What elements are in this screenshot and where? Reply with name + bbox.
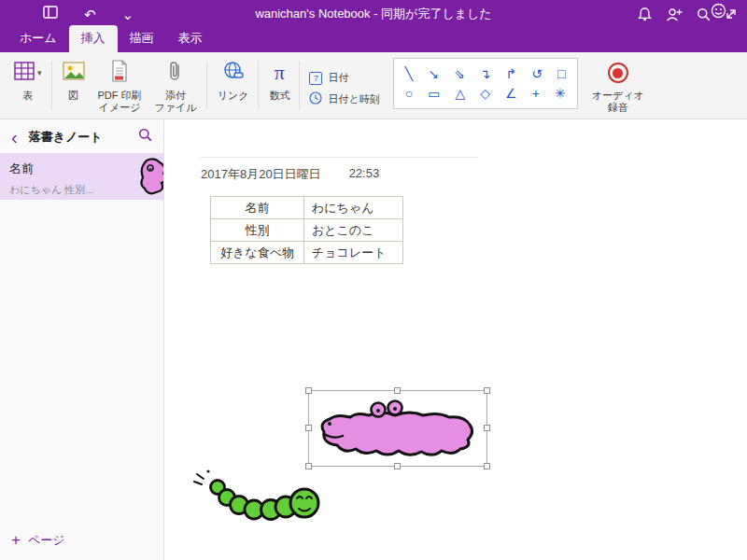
insert-attachment-button[interactable]: 添付ファイル	[148, 52, 204, 119]
table-cell[interactable]: 性別	[211, 219, 304, 242]
shape-corner-arrow-down-icon[interactable]: ↴	[480, 66, 491, 81]
sidebar-toggle-icon[interactable]	[43, 6, 58, 22]
table-row: 性別 おとこのこ	[211, 219, 403, 242]
insert-date-button[interactable]: 7 日付	[309, 71, 379, 85]
shape-arrow-icon[interactable]: ↘	[428, 66, 439, 81]
shape-ellipse-icon[interactable]: ○	[405, 86, 413, 101]
shape-double-arrow-icon[interactable]: ⇘	[454, 66, 465, 81]
shape-diamond-icon[interactable]: ◇	[480, 86, 490, 101]
note-table: 名前 わにちゃん 性別 おとこのこ 好きな食べ物 チョコレート	[210, 196, 403, 264]
picture-icon	[63, 62, 85, 84]
shape-rectangle-icon[interactable]: ▭	[428, 86, 440, 101]
audio-record-label: オーディオ録音	[592, 90, 644, 114]
shape-star-icon[interactable]: ✳	[555, 86, 566, 101]
note-page-canvas[interactable]: 2017年8月20日日曜日 22:53 名前 わにちゃん 性別 おとこのこ 好き…	[165, 119, 747, 560]
table-cell[interactable]: チョコレート	[304, 242, 403, 264]
link-globe-icon	[223, 61, 244, 85]
pdf-label-line2: イメージ	[99, 102, 141, 113]
selected-image-bounding-box[interactable]	[308, 390, 487, 467]
audio-label-line1: オーディオ	[592, 90, 644, 101]
pdf-printout-icon	[110, 60, 129, 86]
pdf-printout-label: PDF 印刷イメージ	[98, 90, 142, 114]
table-cell[interactable]: おとこのこ	[304, 219, 403, 242]
table-row: 好きな食べ物 チョコレート	[211, 242, 403, 264]
pi-equation-icon: π	[275, 61, 285, 85]
attachment-label: 添付ファイル	[155, 90, 197, 114]
titlebar-left-icons: ↶ ⌄	[43, 0, 134, 28]
page-item-subtitle: わにちゃん 性別...	[9, 183, 154, 197]
tab-view[interactable]: 表示	[166, 25, 215, 52]
date-label: 日付	[328, 71, 348, 85]
tab-insert[interactable]: 挿入	[69, 25, 118, 52]
shapes-row-2: ○ ▭ △ ◇ ∠ + ✳	[405, 86, 566, 101]
shape-triangle-icon[interactable]: △	[455, 86, 465, 101]
notifications-bell-icon[interactable]	[638, 7, 652, 21]
selection-handle-ne[interactable]	[484, 387, 490, 394]
equation-label: 数式	[269, 90, 289, 102]
shape-corner-arrow-up-icon[interactable]: ↱	[506, 66, 517, 81]
pdf-label-line1: PDF 印刷	[98, 90, 142, 101]
shape-loop-arrow-icon[interactable]: ↺	[531, 66, 543, 81]
selection-handle-e[interactable]	[484, 425, 490, 431]
shape-square-icon[interactable]: □	[557, 66, 565, 81]
insert-picture-button[interactable]: 図	[56, 52, 92, 119]
sidebar-search-icon[interactable]	[138, 128, 152, 146]
datetime-label: 日付と時刻	[328, 92, 379, 106]
picture-label: 図	[68, 90, 78, 102]
page-date: 2017年8月20日日曜日	[201, 166, 321, 183]
calendar-icon: 7	[309, 72, 322, 85]
table-cell[interactable]: 好きな食べ物	[211, 242, 304, 264]
ribbon-separator	[258, 61, 259, 110]
shape-angle-icon[interactable]: ∠	[505, 86, 517, 101]
shape-line-icon[interactable]: ╲	[405, 66, 413, 81]
audio-record-button[interactable]: オーディオ録音	[585, 52, 651, 119]
crocodile-drawing[interactable]	[311, 393, 485, 464]
ribbon-insert: ▾ 表 図 PDF 印刷イメージ 添付ファイル	[0, 52, 747, 119]
shape-cross-icon[interactable]: +	[532, 86, 540, 101]
ribbon-separator	[299, 61, 300, 110]
date-time-group: 7 日付 日付と時刻	[303, 52, 387, 119]
caterpillar-drawing[interactable]	[191, 467, 327, 525]
table-row: 名前 わにちゃん	[211, 197, 403, 219]
insert-pdf-printout-button[interactable]: PDF 印刷イメージ	[92, 52, 148, 119]
insert-equation-button[interactable]: π 数式	[262, 52, 296, 119]
insert-table-button[interactable]: ▾ 表	[7, 52, 49, 119]
add-page-button[interactable]: + ページ	[11, 532, 65, 549]
sidebar-header: ‹ 落書きノート	[0, 119, 163, 153]
smiley-chevron-icon: ⌄	[728, 7, 736, 16]
tab-draw[interactable]: 描画	[118, 25, 166, 52]
table-cell[interactable]: 名前	[211, 197, 304, 219]
page-item-thumbnail-crocodile	[139, 157, 163, 200]
chevron-down-icon[interactable]: ⌄	[122, 7, 134, 21]
add-page-label: ページ	[28, 532, 65, 549]
table-grid-icon	[14, 61, 35, 85]
page-list-sidebar: ‹ 落書きノート 名前 わにちゃん 性別... + ページ	[0, 119, 164, 560]
page-list-item-selected[interactable]: 名前 わにちゃん 性別...	[0, 153, 163, 200]
ribbon-tabs: ホーム 挿入 描画 表示	[0, 28, 747, 52]
ribbon-separator	[206, 61, 207, 110]
audio-label-line2: 録音	[608, 102, 628, 113]
selection-handle-s[interactable]	[394, 463, 401, 469]
record-icon	[608, 63, 628, 83]
selection-handle-se[interactable]	[484, 463, 490, 469]
insert-datetime-button[interactable]: 日付と時刻	[309, 91, 379, 106]
shapes-row-1: ╲ ↘ ⇘ ↴ ↱ ↺ □	[405, 66, 566, 81]
link-label: リンク	[218, 90, 249, 102]
undo-icon[interactable]: ↶	[84, 7, 96, 21]
plus-icon: +	[11, 534, 21, 547]
ribbon-separator	[51, 61, 52, 110]
page-time: 22:53	[349, 166, 380, 183]
titlebar: ↶ ⌄ wanichan's Notebook - 同期が完了しました	[0, 0, 747, 28]
page-item-title: 名前	[9, 161, 154, 177]
table-label: 表	[22, 90, 33, 102]
search-icon[interactable]	[697, 7, 711, 21]
add-person-icon[interactable]	[666, 7, 683, 21]
table-cell[interactable]: わにちゃん	[304, 197, 403, 219]
tab-home[interactable]: ホーム	[7, 25, 69, 52]
feedback-smiley-icon[interactable]: ⌄	[711, 3, 736, 19]
paperclip-icon	[168, 60, 183, 86]
back-button[interactable]: ‹	[11, 130, 18, 145]
notebook-section-title: 落書きノート	[29, 129, 138, 146]
insert-link-button[interactable]: リンク	[211, 52, 256, 119]
window-title: wanichan's Notebook - 同期が完了しました	[140, 0, 607, 28]
